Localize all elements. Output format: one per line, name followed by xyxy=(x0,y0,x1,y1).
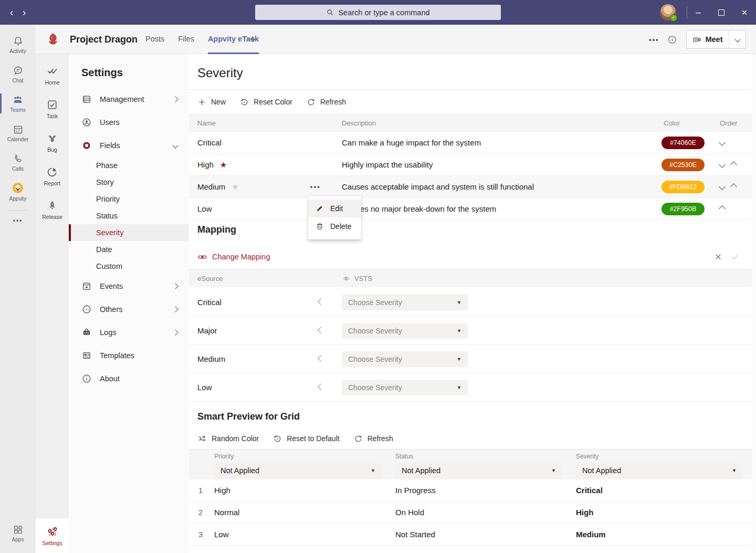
sidebar-item-templates[interactable]: Templates xyxy=(69,344,189,367)
status-filter-dropdown[interactable]: Not Applied ▼ xyxy=(395,463,562,478)
preview-filter-panel: Priority Not Applied ▼ Status Not Applie… xyxy=(189,450,752,479)
grid-priority: Normal xyxy=(214,502,239,523)
close-button[interactable]: × xyxy=(737,0,752,25)
rail-activity[interactable]: Activity xyxy=(0,30,36,59)
priority-filter-dropdown[interactable]: Not Applied ▼ xyxy=(214,463,382,478)
order-up-icon[interactable] xyxy=(719,205,726,212)
grid-row-number: 1 xyxy=(198,479,203,501)
rail-calendar[interactable]: Calender xyxy=(0,118,36,148)
sidebar-item-severity[interactable]: Severity xyxy=(69,224,189,241)
info-icon[interactable] xyxy=(667,35,677,45)
refresh-button[interactable]: Refresh xyxy=(307,98,346,107)
module-task[interactable]: Task xyxy=(36,92,69,126)
sidebar-item-label: Logs xyxy=(100,328,173,337)
tab-posts[interactable]: Posts xyxy=(145,25,164,54)
minimize-button[interactable]: – xyxy=(691,0,706,25)
meet-options-button[interactable] xyxy=(729,30,746,48)
preview-grid-row[interactable]: 3 Low Not Started Medium xyxy=(189,524,752,546)
order-down-icon[interactable] xyxy=(719,183,726,190)
rail-appvity[interactable]: Appvity xyxy=(0,177,36,206)
grid-status: Not Started xyxy=(395,524,435,545)
sidebar-item-about[interactable]: About xyxy=(69,367,189,390)
refresh-grid-button[interactable]: Refresh xyxy=(354,434,393,443)
module-home[interactable]: Home xyxy=(36,58,69,92)
severity-row-low[interactable]: Low Causes no major break-down for the s… xyxy=(189,198,752,220)
severity-row-critical[interactable]: Critical Can make a huge impact for the … xyxy=(189,132,752,154)
scrollbar[interactable] xyxy=(752,54,756,553)
sidebar-item-phase[interactable]: Phase xyxy=(69,157,189,174)
sidebar-item-story[interactable]: Story xyxy=(69,174,189,191)
change-mapping-link[interactable]: Change Mapping xyxy=(197,248,270,265)
order-up-icon[interactable] xyxy=(730,161,737,168)
star-filled-icon[interactable]: ★ xyxy=(220,161,227,169)
sidebar-item-users[interactable]: Users xyxy=(69,111,189,134)
star-outline-icon[interactable]: ★ xyxy=(232,183,238,191)
menu-item-delete[interactable]: Delete xyxy=(308,217,361,235)
preview-grid-row[interactable]: 2 Normal On Hold High xyxy=(189,502,752,524)
order-up-icon[interactable] xyxy=(730,183,737,190)
random-color-button[interactable]: Random Color xyxy=(197,434,259,443)
reset-default-button[interactable]: Reset to Default xyxy=(273,434,339,443)
choose-severity-dropdown[interactable]: Choose Severity ▼ xyxy=(342,295,468,310)
choose-severity-dropdown[interactable]: Choose Severity ▼ xyxy=(342,380,468,395)
module-report[interactable]: Report xyxy=(36,159,69,193)
preview-grid-row[interactable]: 1 High In Progress Critical xyxy=(189,479,752,502)
rail-more-button[interactable]: ••• xyxy=(0,214,36,227)
channel-more-button[interactable]: ••• xyxy=(649,25,659,54)
new-button[interactable]: New xyxy=(197,98,226,107)
row-context-menu: Edit Delete xyxy=(308,196,361,239)
menu-item-edit[interactable]: Edit xyxy=(308,200,361,217)
apps-icon xyxy=(13,524,24,535)
mapping-row-major: Major Choose Severity ▼ xyxy=(189,317,752,345)
severity-table-header: Name Description Color Order xyxy=(189,114,752,132)
sidebar-item-status[interactable]: Status xyxy=(69,207,189,224)
severity-row-medium[interactable]: Medium ★ ••• Causes acceptable impact an… xyxy=(189,176,752,198)
search-input[interactable]: Search or type a command xyxy=(255,5,501,20)
sidebar-item-label: Templates xyxy=(100,351,177,360)
sidebar-item-date[interactable]: Date xyxy=(69,241,189,258)
color-chip[interactable]: #74060E xyxy=(662,137,705,149)
rail-chat[interactable]: Chat xyxy=(0,59,36,89)
grid-status: On Hold xyxy=(395,502,424,523)
sidebar-item-management[interactable]: Management xyxy=(69,88,189,111)
color-chip[interactable]: #C2530E xyxy=(662,159,705,171)
color-chip[interactable]: #2F950B xyxy=(662,203,705,215)
module-task-label: Task xyxy=(47,113,58,119)
rail-apps[interactable]: Apps xyxy=(0,518,36,548)
events-icon xyxy=(81,281,92,291)
sidebar-item-events[interactable]: Events xyxy=(69,275,189,298)
reset-color-button[interactable]: Reset Color xyxy=(240,98,292,107)
meet-button[interactable]: Meet xyxy=(687,30,729,48)
rail-calls-label: Calls xyxy=(12,166,24,172)
module-release[interactable]: Release xyxy=(36,193,69,226)
sidebar-item-priority[interactable]: Priority xyxy=(69,191,189,207)
order-down-icon[interactable] xyxy=(719,139,726,146)
cancel-icon[interactable] xyxy=(713,252,723,262)
order-down-icon[interactable] xyxy=(719,161,726,168)
module-settings[interactable]: Settings xyxy=(36,518,69,553)
forward-icon[interactable]: › xyxy=(18,0,30,25)
choose-severity-dropdown[interactable]: Choose Severity ▼ xyxy=(342,323,468,339)
module-bug[interactable]: Bug xyxy=(36,126,69,159)
filter-label-status: Status xyxy=(395,453,562,460)
sidebar-item-others[interactable]: Others xyxy=(69,298,189,321)
report-icon xyxy=(46,166,58,178)
confirm-icon[interactable] xyxy=(730,252,740,262)
sidebar-item-logs[interactable]: LOG Logs xyxy=(69,321,189,344)
color-chip[interactable]: #FDB813 xyxy=(662,181,705,193)
sidebar-item-fields[interactable]: Fields xyxy=(69,134,189,157)
logs-icon: LOG xyxy=(81,327,92,338)
severity-filter-dropdown[interactable]: Not Applied ▼ xyxy=(576,463,743,478)
row-more-button[interactable]: ••• xyxy=(310,176,321,197)
rail-teams[interactable]: Teams xyxy=(0,89,36,118)
back-icon[interactable]: ‹ xyxy=(5,0,18,25)
severity-row-high[interactable]: High ★ Highly impact the usability #C253… xyxy=(189,154,752,176)
maximize-button[interactable] xyxy=(714,0,729,25)
rail-calls[interactable]: Calls xyxy=(0,148,36,177)
avatar[interactable]: ✓ xyxy=(660,4,676,20)
sidebar-item-custom[interactable]: Custom xyxy=(69,258,189,275)
tab-files[interactable]: Files xyxy=(178,25,194,54)
choose-severity-dropdown[interactable]: Choose Severity ▼ xyxy=(342,351,468,367)
chevron-left-icon xyxy=(318,355,324,362)
add-tab-button[interactable]: + xyxy=(249,25,256,54)
